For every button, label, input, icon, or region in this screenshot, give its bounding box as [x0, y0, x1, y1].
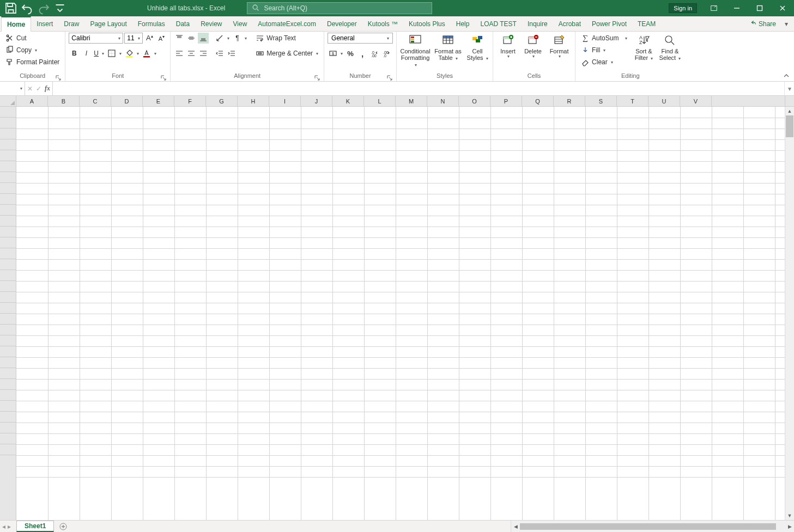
chevron-down-icon[interactable]: ▾: [611, 60, 613, 65]
increase-decimal-button[interactable]: .0.00: [369, 48, 380, 59]
tab-data[interactable]: Data: [171, 16, 195, 31]
comma-button[interactable]: ,: [357, 48, 368, 59]
tab-automateexcel-com[interactable]: AutomateExcel.com: [252, 16, 322, 31]
dialog-launcher-icon[interactable]: [386, 75, 393, 81]
tab-help[interactable]: Help: [451, 16, 475, 31]
share-button[interactable]: Share: [745, 17, 780, 30]
tab-power-pivot[interactable]: Power Pivot: [586, 16, 632, 31]
cut-button[interactable]: Cut: [3, 33, 62, 44]
tab-kutools-[interactable]: Kutools ™: [362, 16, 403, 31]
insert-function-button[interactable]: fx: [45, 84, 50, 93]
autosum-button[interactable]: ∑ AutoSum▾: [579, 33, 629, 44]
ribbon-display-options-icon[interactable]: [702, 0, 725, 16]
fill-color-button[interactable]: ▾: [124, 48, 140, 59]
dialog-launcher-icon[interactable]: [314, 75, 320, 81]
cell-styles-button[interactable]: CellStyles ▾: [465, 33, 489, 72]
chevron-down-icon: ▾: [387, 36, 389, 41]
increase-font-icon: A▴: [146, 34, 153, 42]
tab-view[interactable]: View: [228, 16, 253, 31]
currency-icon: $: [329, 49, 337, 58]
align-right-button[interactable]: [198, 48, 209, 59]
tab-review[interactable]: Review: [195, 16, 227, 31]
scissors-icon: [5, 34, 14, 42]
format-painter-button[interactable]: Format Painter: [3, 57, 62, 68]
align-center-button[interactable]: [186, 48, 197, 59]
chevron-down-icon[interactable]: ▾: [341, 51, 343, 56]
name-box[interactable]: ▾: [0, 82, 25, 95]
orientation-button[interactable]: ▾: [214, 33, 231, 44]
delete-cells-button[interactable]: Delete▾: [522, 33, 544, 72]
collapse-ribbon-button[interactable]: [782, 71, 791, 80]
share-dropdown[interactable]: ▾: [783, 20, 790, 28]
maximize-button[interactable]: [748, 0, 771, 16]
chevron-down-icon[interactable]: ▾: [35, 48, 37, 53]
format-cells-button[interactable]: Format▾: [547, 33, 572, 72]
chevron-down-icon[interactable]: ▾: [316, 51, 318, 56]
redo-button[interactable]: [37, 2, 50, 15]
merge-center-button[interactable]: Merge & Center▾: [253, 48, 320, 59]
formula-input[interactable]: [53, 82, 784, 95]
underline-button[interactable]: U▾: [93, 48, 105, 59]
dialog-launcher-icon[interactable]: [55, 75, 62, 81]
tab-draw[interactable]: Draw: [58, 16, 84, 31]
percent-button[interactable]: %: [345, 48, 356, 59]
decrease-decimal-button[interactable]: .00.0: [381, 48, 392, 59]
borders-button[interactable]: ▾: [106, 48, 123, 59]
accounting-format-button[interactable]: $▾: [328, 48, 344, 59]
font-size-combo[interactable]: 11▾: [124, 33, 143, 44]
tab-team[interactable]: TEAM: [632, 16, 661, 31]
chevron-down-icon[interactable]: ▾: [227, 36, 229, 41]
wrap-text-button[interactable]: Wrap Text: [253, 33, 320, 44]
copy-button[interactable]: Copy▾: [3, 45, 62, 56]
increase-indent-button[interactable]: [226, 48, 237, 59]
text-direction-button[interactable]: ¶▾: [232, 33, 248, 44]
tab-inquire[interactable]: Inquire: [522, 16, 553, 31]
tab-developer[interactable]: Developer: [322, 16, 362, 31]
format-as-table-button[interactable]: Format asTable ▾: [433, 33, 463, 72]
bold-button[interactable]: B: [69, 48, 80, 59]
align-left-button[interactable]: [174, 48, 185, 59]
font-name-combo[interactable]: Calibri▾: [69, 33, 123, 44]
sort-filter-icon: AZ: [636, 34, 651, 47]
chevron-down-icon[interactable]: ▾: [245, 36, 247, 41]
qat-customize-icon[interactable]: [53, 2, 66, 15]
align-bottom-button[interactable]: [198, 33, 209, 44]
chevron-down-icon[interactable]: ▾: [119, 51, 122, 56]
tab-insert[interactable]: Insert: [31, 16, 58, 31]
align-middle-button[interactable]: [186, 33, 197, 44]
ribbon-tabs: HomeInsertDrawPage LayoutFormulasDataRev…: [0, 16, 794, 32]
tab-acrobat[interactable]: Acrobat: [553, 16, 586, 31]
increase-font-button[interactable]: A▴: [144, 33, 155, 44]
font-color-button[interactable]: ▾: [141, 48, 157, 59]
chevron-down-icon[interactable]: ▾: [625, 36, 627, 41]
tab-formulas[interactable]: Formulas: [132, 16, 171, 31]
save-icon[interactable]: [4, 2, 17, 15]
conditional-formatting-button[interactable]: ConditionalFormatting ▾: [400, 33, 431, 72]
tab-load-test[interactable]: LOAD TEST: [475, 16, 522, 31]
dialog-launcher-icon[interactable]: [160, 75, 167, 81]
svg-text:$: $: [332, 51, 335, 56]
find-select-button[interactable]: Find &Select ▾: [658, 33, 682, 72]
chevron-down-icon[interactable]: ▾: [154, 51, 156, 56]
fill-button[interactable]: Fill▾: [579, 45, 629, 56]
decrease-indent-button[interactable]: [214, 48, 225, 59]
close-button[interactable]: [771, 0, 794, 16]
clear-button[interactable]: Clear▾: [579, 57, 629, 68]
tab-home[interactable]: Home: [1, 16, 31, 32]
tab-page-layout[interactable]: Page Layout: [84, 16, 132, 31]
expand-formula-bar-button[interactable]: ▾: [784, 82, 794, 95]
sort-filter-button[interactable]: AZ Sort &Filter ▾: [632, 33, 656, 72]
chevron-down-icon[interactable]: ▾: [102, 51, 104, 56]
undo-button[interactable]: [21, 2, 34, 15]
number-format-combo[interactable]: General▾: [328, 33, 393, 44]
sign-in-button[interactable]: Sign in: [669, 3, 697, 13]
search-box[interactable]: Search (Alt+Q): [247, 2, 432, 14]
decrease-font-button[interactable]: A▾: [156, 33, 167, 44]
insert-cells-button[interactable]: Insert▾: [496, 33, 519, 72]
tab-kutools-plus[interactable]: Kutools Plus: [403, 16, 451, 31]
chevron-down-icon[interactable]: ▾: [603, 48, 605, 53]
minimize-button[interactable]: [725, 0, 748, 16]
align-top-button[interactable]: [174, 33, 185, 44]
chevron-down-icon[interactable]: ▾: [137, 51, 139, 56]
italic-button[interactable]: I: [81, 48, 92, 59]
